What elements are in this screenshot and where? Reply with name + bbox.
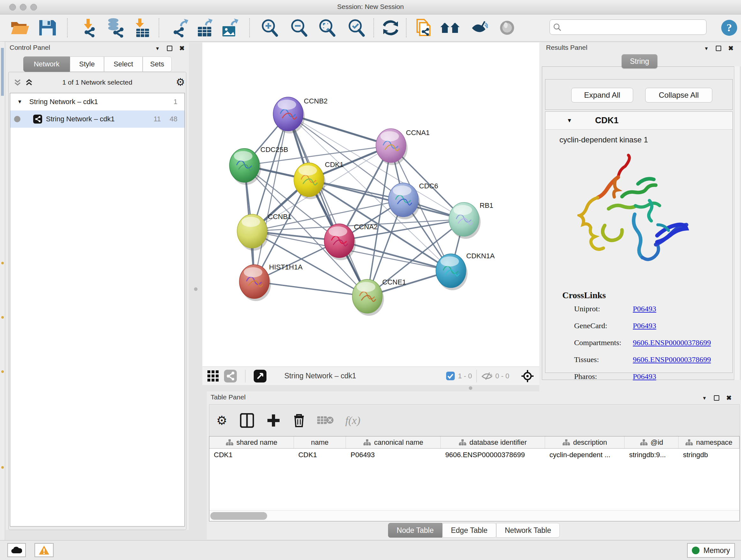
cloud-status-button[interactable]: [7, 543, 26, 557]
network-collection-row[interactable]: ▼ String Network – cdk1 1: [10, 93, 185, 111]
import-table-icon[interactable]: [132, 18, 150, 38]
open-session-icon[interactable]: [10, 19, 30, 36]
close-panel-icon[interactable]: ✖: [728, 44, 734, 52]
birdseye-view-icon[interactable]: [254, 370, 266, 382]
crosslink-value-link[interactable]: P06493: [633, 321, 656, 330]
collapse-collection-icon[interactable]: ▼: [17, 99, 22, 105]
export-network-icon[interactable]: [170, 18, 189, 37]
tab-sets[interactable]: Sets: [143, 57, 172, 72]
network-canvas[interactable]: CCNB2CCNA1CDC25BCDK1CDC6RB1CCNB1CCNA2CDK…: [202, 43, 539, 367]
tab-network-table[interactable]: Network Table: [496, 523, 560, 538]
column-header--id[interactable]: @id: [624, 436, 678, 448]
tab-network[interactable]: Network: [23, 57, 70, 72]
help-icon[interactable]: ?: [721, 19, 738, 37]
import-network-icon[interactable]: [78, 18, 97, 37]
share-network-icon[interactable]: [224, 370, 237, 382]
node-label-CDK1: CDK1: [325, 161, 344, 169]
node-CCNE1[interactable]: CCNE1: [352, 278, 406, 316]
tab-edge-table[interactable]: Edge Table: [442, 523, 496, 538]
zoom-selected-icon[interactable]: [347, 18, 366, 37]
home-icon[interactable]: [440, 20, 460, 36]
left-splitter-handle[interactable]: [194, 287, 198, 291]
node-CCNB2[interactable]: CCNB2: [273, 97, 328, 133]
results-scrollbar[interactable]: [734, 66, 740, 380]
column-header-description[interactable]: description: [545, 436, 625, 448]
table-settings-gear-icon[interactable]: ⚙: [216, 414, 227, 428]
main-toolbar: ?: [0, 14, 741, 42]
column-header-canonical-name[interactable]: canonical name: [346, 436, 441, 448]
bottom-splitter-handle[interactable]: [469, 386, 472, 390]
node-CDK1[interactable]: CDK1: [294, 161, 344, 199]
memory-button[interactable]: Memory: [687, 543, 735, 558]
selected-nodes-checkbox[interactable]: [446, 372, 455, 380]
table-cell[interactable]: 9606.ENSP00000378699: [441, 449, 545, 461]
network-row-selected[interactable]: String Network – cdk1 11 48: [10, 111, 185, 128]
column-header-shared-name[interactable]: shared name: [209, 436, 294, 448]
export-image-icon[interactable]: [220, 18, 240, 38]
zoom-fit-icon[interactable]: [318, 18, 337, 37]
apply-function-icon[interactable]: f(x): [345, 415, 360, 427]
delete-table-icon[interactable]: [317, 415, 334, 426]
maximize-panel-icon[interactable]: [167, 46, 172, 51]
table-cell[interactable]: CDK1: [294, 449, 346, 461]
crosslink-value-link[interactable]: P06493: [633, 372, 656, 381]
crosslink-value-link[interactable]: P06493: [633, 305, 656, 313]
table-cell[interactable]: stringdb:9...: [624, 449, 678, 461]
column-header-name[interactable]: name: [294, 436, 346, 448]
column-label: namespace: [696, 438, 732, 447]
expand-all-button[interactable]: Expand All: [571, 88, 633, 103]
table-cell[interactable]: P06493: [346, 449, 441, 461]
float-panel-icon[interactable]: ▼: [704, 46, 709, 51]
node-RB1[interactable]: RB1: [449, 201, 493, 239]
add-column-icon[interactable]: [267, 414, 280, 427]
hide-graphics-details-icon[interactable]: [471, 20, 488, 36]
center-view-crosshair-icon[interactable]: [521, 369, 534, 383]
column-type-icon: [459, 439, 466, 446]
edge-HIST1H1A-CCNE1[interactable]: [254, 282, 367, 296]
split-table-view-icon[interactable]: [240, 413, 254, 428]
float-panel-icon[interactable]: ▼: [702, 395, 707, 401]
collapse-all-button[interactable]: Collapse All: [645, 88, 712, 103]
duplicate-network-icon[interactable]: [414, 17, 432, 38]
crosslink-value-link[interactable]: 9606.ENSP00000378699: [633, 355, 711, 364]
edge-CDK1-RB1[interactable]: [309, 180, 464, 219]
tab-node-table[interactable]: Node Table: [388, 523, 442, 538]
node-HIST1H1A[interactable]: HIST1H1A: [239, 263, 302, 301]
refresh-icon[interactable]: [381, 19, 400, 37]
table-cell[interactable]: stringdb: [678, 449, 739, 461]
column-header-database-identifier[interactable]: database identifier: [441, 436, 545, 448]
node-CCNA1[interactable]: CCNA1: [376, 129, 430, 165]
export-table-icon[interactable]: [195, 18, 214, 38]
grid-view-icon[interactable]: [207, 370, 219, 382]
maximize-panel-icon[interactable]: [714, 395, 719, 401]
expand-collapse-box: Expand All Collapse All: [545, 79, 733, 110]
node-CCNB1[interactable]: CCNB1: [237, 212, 292, 251]
zoom-out-icon[interactable]: [289, 18, 309, 37]
node-CDC25B[interactable]: CDC25B: [229, 145, 288, 185]
tab-style[interactable]: Style: [70, 57, 104, 72]
crosslink-value-link[interactable]: 9606.ENSP00000378699: [633, 338, 711, 347]
table-horizontal-scrollbar[interactable]: [209, 510, 739, 521]
presentation-mode-icon[interactable]: [498, 19, 516, 37]
tab-select[interactable]: Select: [104, 57, 143, 72]
close-panel-icon[interactable]: ✖: [179, 44, 185, 52]
table-cell[interactable]: cyclin-dependent ...: [545, 449, 625, 461]
delete-column-icon[interactable]: [293, 413, 305, 428]
network-options-gear-icon[interactable]: ⚙: [176, 76, 185, 88]
search-input[interactable]: [561, 23, 698, 31]
save-session-icon[interactable]: [38, 19, 57, 37]
node-CDKN1A[interactable]: CDKN1A: [436, 252, 495, 290]
import-database-icon[interactable]: [103, 18, 125, 38]
collapse-protein-icon[interactable]: ▼: [567, 118, 572, 124]
float-panel-icon[interactable]: ▼: [155, 46, 160, 51]
node-CDC6[interactable]: CDC6: [388, 182, 438, 219]
edge-CCNB2-HIST1H1A[interactable]: [254, 114, 288, 282]
zoom-in-icon[interactable]: [260, 18, 279, 37]
maximize-panel-icon[interactable]: [716, 46, 721, 51]
column-header-namespace[interactable]: namespace: [678, 436, 739, 448]
close-panel-icon[interactable]: ✖: [726, 394, 732, 401]
column-label: @id: [651, 438, 663, 447]
warnings-button[interactable]: [35, 543, 54, 557]
table-row[interactable]: CDK1CDK1P064939606.ENSP00000378699cyclin…: [209, 449, 739, 461]
table-cell[interactable]: CDK1: [209, 449, 294, 461]
